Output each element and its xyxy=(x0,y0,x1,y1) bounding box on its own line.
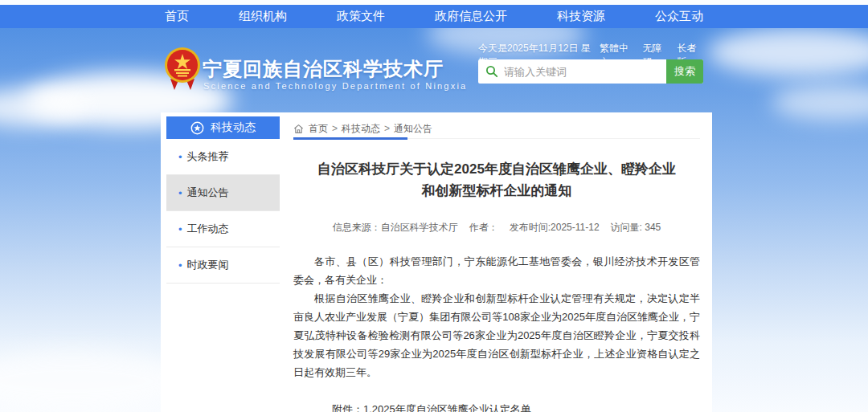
sidebar-item-label: 通知公告 xyxy=(187,186,229,200)
breadcrumb-tech-news[interactable]: 科技动态 xyxy=(342,122,380,136)
top-nav: 首页 组织机构 政策文件 政府信息公开 科技资源 公众互动 xyxy=(0,5,868,28)
attachments: 附件： 1.2025年度自治区雏鹰企业认定名单 2.2025年度自治区瞪羚企业认… xyxy=(293,401,700,412)
circle-star-icon xyxy=(190,121,204,135)
sidebar-item-current-politics[interactable]: • 时政要闻 xyxy=(166,247,280,284)
breadcrumb-separator: > xyxy=(384,123,390,134)
sidebar: 科技动态 • 头条推荐 • 通知公告 • 工作动态 • 时政要闻 xyxy=(166,116,280,284)
meta-author: 作者： xyxy=(469,222,498,233)
breadcrumb-home[interactable]: 首页 xyxy=(309,122,328,136)
attachments-list: 1.2025年度自治区雏鹰企业认定名单 2.2025年度自治区瞪羚企业认定名单 … xyxy=(363,401,563,412)
search-bar: 搜索 xyxy=(478,59,703,84)
national-emblem-logo[interactable] xyxy=(164,47,201,95)
nav-item-public-interaction[interactable]: 公众互动 xyxy=(655,9,703,24)
attachment-link-eagle-list[interactable]: 1.2025年度自治区雏鹰企业认定名单 xyxy=(363,401,563,412)
nav-item-policy-documents[interactable]: 政策文件 xyxy=(337,9,385,24)
meta-publish-date: 发布时间:2025-11-12 xyxy=(510,222,600,233)
site-subtitle: Science and Technology Department of Nin… xyxy=(203,81,467,91)
content-panel: 科技动态 • 头条推荐 • 通知公告 • 工作动态 • 时政要闻 xyxy=(161,112,712,412)
meta-visits: 访问量: 345 xyxy=(611,222,661,233)
article-paragraph: 各市、县（区）科技管理部门，宁东能源化工基地管委会，银川经济技术开发区管委会，各… xyxy=(293,252,700,289)
bullet-icon: • xyxy=(178,187,182,199)
bullet-icon: • xyxy=(178,151,182,163)
cloud-decoration xyxy=(772,84,868,120)
article-paragraph: 根据自治区雏鹰企业、瞪羚企业和创新型标杆企业认定管理有关规定，决定认定半亩良人农… xyxy=(293,289,700,381)
bullet-icon: • xyxy=(178,223,182,235)
breadcrumb-current-page: 通知公告 xyxy=(394,122,432,136)
sidebar-item-notices[interactable]: • 通知公告 xyxy=(166,175,280,211)
breadcrumb-separator: > xyxy=(332,123,338,134)
nav-item-organization[interactable]: 组织机构 xyxy=(239,9,287,24)
article-body: 各市、县（区）科技管理部门，宁东能源化工基地管委会，银川经济技术开发区管委会，各… xyxy=(293,252,700,381)
sidebar-header: 科技动态 xyxy=(166,116,280,139)
article-title-line2: 和创新型标杆企业的通知 xyxy=(422,183,572,198)
article-section: 首页 > 科技动态 > 通知公告 自治区科技厅关于认定2025年度自治区雏鹰企业… xyxy=(293,119,700,412)
sidebar-item-label: 工作动态 xyxy=(187,222,229,236)
cloud-decoration xyxy=(707,28,868,76)
sidebar-title: 科技动态 xyxy=(211,120,256,135)
attachments-label: 附件： xyxy=(332,401,363,412)
national-emblem-icon xyxy=(164,47,201,92)
sidebar-item-work-news[interactable]: • 工作动态 xyxy=(166,211,280,247)
search-button[interactable]: 搜索 xyxy=(666,59,703,84)
page: 首页 组织机构 政策文件 政府信息公开 科技资源 公众互动 宁夏回族自治区科学技… xyxy=(0,0,868,412)
bullet-icon: • xyxy=(178,259,182,271)
sidebar-item-label: 头条推荐 xyxy=(187,149,229,164)
meta-source: 信息来源：自治区科学技术厅 xyxy=(333,222,458,233)
search-input[interactable] xyxy=(504,59,666,84)
article-title: 自治区科技厅关于认定2025年度自治区雏鹰企业、瞪羚企业 和创新型标杆企业的通知 xyxy=(293,158,700,202)
sidebar-list: • 头条推荐 • 通知公告 • 工作动态 • 时政要闻 xyxy=(166,139,280,284)
breadcrumb: 首页 > 科技动态 > 通知公告 xyxy=(293,119,700,139)
article-title-line1: 自治区科技厅关于认定2025年度自治区雏鹰企业、瞪羚企业 xyxy=(317,161,676,177)
article-meta: 信息来源：自治区科学技术厅作者：发布时间:2025-11-12访问量: 345 xyxy=(293,221,700,235)
sidebar-item-headlines[interactable]: • 头条推荐 xyxy=(166,139,280,175)
sidebar-item-label: 时政要闻 xyxy=(187,258,229,272)
nav-item-home[interactable]: 首页 xyxy=(165,9,189,24)
site-title: 宁夏回族自治区科学技术厅 xyxy=(203,56,444,82)
nav-item-gov-info-disclosure[interactable]: 政府信息公开 xyxy=(435,9,507,24)
nav-item-tech-resources[interactable]: 科技资源 xyxy=(557,9,605,24)
home-icon xyxy=(293,124,304,134)
search-icon xyxy=(485,65,498,78)
